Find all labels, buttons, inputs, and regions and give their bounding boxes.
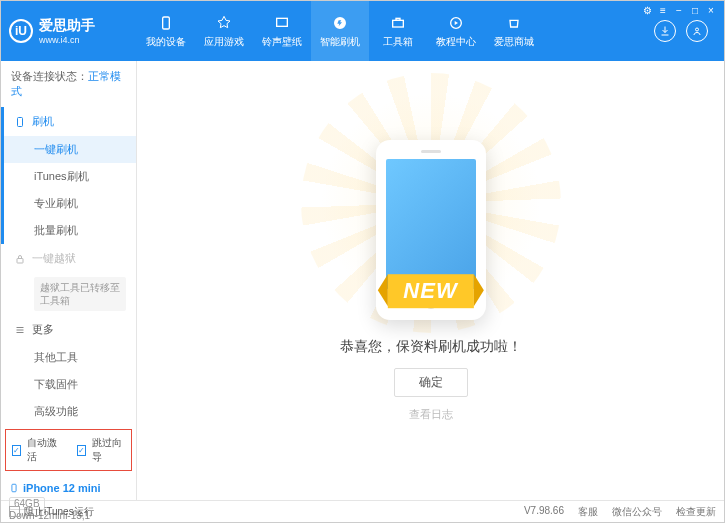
tab-tutorials[interactable]: 教程中心	[427, 1, 485, 61]
tab-label: 智能刷机	[320, 35, 360, 49]
sidebar-item-pro-flash[interactable]: 专业刷机	[4, 190, 136, 217]
tab-apps-games[interactable]: 应用游戏	[195, 1, 253, 61]
tab-store[interactable]: 爱思商城	[485, 1, 543, 61]
tab-smart-flash[interactable]: 智能刷机	[311, 1, 369, 61]
window-controls: ⚙ ≡ − □ ×	[634, 1, 724, 19]
apps-icon	[215, 14, 233, 32]
sidebar-item-advanced[interactable]: 高级功能	[4, 398, 136, 425]
close-icon[interactable]: ×	[704, 4, 718, 16]
svg-rect-3	[396, 18, 400, 20]
user-button[interactable]	[686, 20, 708, 42]
download-button[interactable]	[654, 20, 676, 42]
flash-icon	[331, 14, 349, 32]
minimize-icon[interactable]: −	[672, 4, 686, 16]
sidebar-item-itunes-flash[interactable]: iTunes刷机	[4, 163, 136, 190]
svg-rect-1	[277, 18, 288, 26]
tab-toolbox[interactable]: 工具箱	[369, 1, 427, 61]
checkbox-block-itunes[interactable]: ✓	[9, 506, 20, 517]
mobile-icon	[14, 116, 26, 128]
view-log-link[interactable]: 查看日志	[409, 407, 453, 422]
checkbox-label: 自动激活	[27, 436, 60, 464]
version-label: V7.98.66	[524, 505, 564, 519]
svg-rect-0	[163, 17, 170, 29]
tab-label: 教程中心	[436, 35, 476, 49]
checkbox-auto-activate[interactable]: ✓	[12, 445, 21, 456]
ribbon-text: NEW	[403, 278, 457, 303]
checkbox-skip-guide[interactable]: ✓	[77, 445, 86, 456]
tab-my-device[interactable]: 我的设备	[137, 1, 195, 61]
sidebar-options-box: ✓ 自动激活 ✓ 跳过向导	[5, 429, 132, 471]
new-ribbon: NEW	[387, 274, 473, 308]
settings-icon[interactable]: ⚙	[640, 4, 654, 16]
tab-label: 我的设备	[146, 35, 186, 49]
status-label: 设备连接状态：	[11, 70, 88, 82]
list-icon	[14, 324, 26, 336]
maximize-icon[interactable]: □	[688, 4, 702, 16]
svg-rect-2	[393, 20, 404, 27]
connection-status: 设备连接状态：正常模式	[1, 61, 136, 107]
tutorial-icon	[447, 14, 465, 32]
sidebar-item-batch-flash[interactable]: 批量刷机	[4, 217, 136, 244]
header-bar: iU 爱思助手 www.i4.cn 我的设备 应用游戏 铃声壁纸 智能刷机 工具…	[1, 1, 724, 61]
success-message: 恭喜您，保资料刷机成功啦！	[340, 338, 522, 356]
section-label: 更多	[32, 322, 54, 337]
store-icon	[505, 14, 523, 32]
section-label: 一键越狱	[32, 251, 76, 266]
checkbox-label: 跳过向导	[92, 436, 125, 464]
tab-label: 应用游戏	[204, 35, 244, 49]
svg-rect-6	[18, 117, 23, 126]
device-name: iPhone 12 mini	[23, 482, 101, 494]
svg-rect-8	[12, 484, 16, 492]
logo-icon: iU	[9, 19, 33, 43]
sidebar-section-flash[interactable]: 刷机	[4, 107, 136, 136]
svg-rect-7	[17, 258, 23, 263]
tab-label: 工具箱	[383, 35, 413, 49]
footer-link-wechat[interactable]: 微信公众号	[612, 505, 662, 519]
menu-icon[interactable]: ≡	[656, 4, 670, 16]
tab-ringtones[interactable]: 铃声壁纸	[253, 1, 311, 61]
section-label: 刷机	[32, 114, 54, 129]
footer-label: 阻止iTunes运行	[24, 505, 94, 519]
sidebar: 设备连接状态：正常模式 刷机 一键刷机 iTunes刷机 专业刷机 批量刷机 一…	[1, 61, 137, 500]
tab-label: 爱思商城	[494, 35, 534, 49]
sidebar-item-download-fw[interactable]: 下载固件	[4, 371, 136, 398]
footer-link-support[interactable]: 客服	[578, 505, 598, 519]
app-url: www.i4.cn	[39, 35, 95, 45]
sidebar-item-other-tools[interactable]: 其他工具	[4, 344, 136, 371]
footer-link-update[interactable]: 检查更新	[676, 505, 716, 519]
toolbox-icon	[389, 14, 407, 32]
main-content: NEW 恭喜您，保资料刷机成功啦！ 确定 查看日志	[137, 61, 724, 500]
ok-button[interactable]: 确定	[394, 368, 468, 397]
logo-area[interactable]: iU 爱思助手 www.i4.cn	[9, 17, 137, 45]
nav-tabs: 我的设备 应用游戏 铃声壁纸 智能刷机 工具箱 教程中心 爱思商城	[137, 1, 654, 61]
sidebar-section-more[interactable]: 更多	[4, 315, 136, 344]
svg-point-5	[696, 28, 699, 31]
lock-icon	[14, 253, 26, 265]
app-title: 爱思助手	[39, 17, 95, 35]
sidebar-section-jailbreak[interactable]: 一键越狱	[4, 244, 136, 273]
tab-label: 铃声壁纸	[262, 35, 302, 49]
phone-icon	[157, 14, 175, 32]
sidebar-item-oneclick-flash[interactable]: 一键刷机	[4, 136, 136, 163]
jailbreak-note: 越狱工具已转移至工具箱	[34, 277, 126, 311]
device-icon	[9, 481, 19, 495]
wallpaper-icon	[273, 14, 291, 32]
